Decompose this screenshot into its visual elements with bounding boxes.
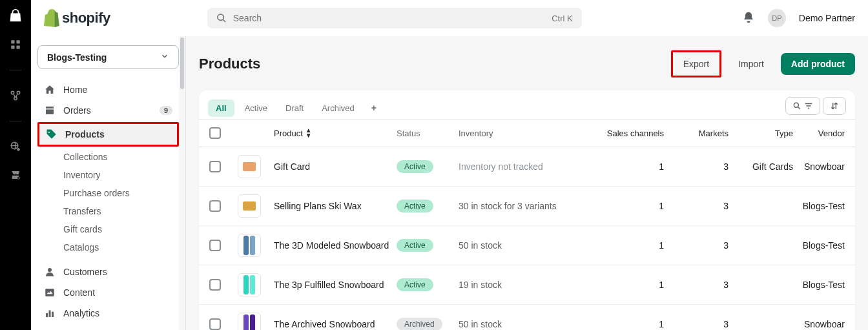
filter-icon [804,101,813,110]
header-type[interactable]: Type [728,129,793,138]
sidebar-item-analytics[interactable]: Analytics [37,303,179,324]
status-badge: Active [397,239,433,252]
header-markets[interactable]: Markets [664,129,728,138]
svg-rect-3 [17,46,20,49]
top-bar: shopify Ctrl K DP Demo Partner [31,0,868,36]
product-name[interactable]: The Archived Snowboard [274,319,375,329]
sidebar-item-products[interactable]: Products [39,124,177,145]
header-product[interactable]: Product ▲▼ [274,128,397,138]
svg-point-11 [48,268,52,272]
content: Products Export Import Add product All A… [186,36,868,330]
page-title: Products [199,56,260,72]
notifications-icon[interactable] [742,11,755,26]
svg-rect-0 [11,40,14,43]
product-thumbnail[interactable] [238,155,261,178]
import-button[interactable]: Import [729,54,773,74]
user-name[interactable]: Demo Partner [799,13,855,23]
inventory-cell: 19 in stock [459,280,599,290]
tab-active[interactable]: Active [237,99,275,117]
store-selector[interactable]: Blogs-Testing [37,45,179,69]
type-cell: Gift Cards [728,161,793,172]
product-thumbnail[interactable] [238,234,261,257]
svg-point-6 [14,97,17,100]
sidebar-sub-inventory[interactable]: Inventory [37,166,179,184]
orders-badge: 9 [160,106,172,115]
row-checkbox[interactable] [209,240,221,251]
table-row[interactable]: Gift CardActiveInventory not tracked13Gi… [199,147,855,187]
row-checkbox[interactable] [209,279,221,291]
orders-icon [44,105,56,116]
sidebar-sub-purchase-orders[interactable]: Purchase orders [37,184,179,202]
row-checkbox[interactable] [209,161,221,172]
header-status[interactable]: Status [397,129,459,138]
sidebar-sub-transfers[interactable]: Transfers [37,202,179,220]
rail-channels-icon[interactable] [8,88,23,103]
sidebar: Blogs-Testing Home Orders 9 [31,36,186,330]
sales-cell: 1 [599,201,664,211]
product-thumbnail[interactable] [238,194,261,218]
search-input[interactable] [233,13,546,23]
search-filter-button[interactable] [785,97,820,115]
product-name[interactable]: Selling Plans Ski Wax [274,201,362,211]
sidebar-sub-collections[interactable]: Collections [37,148,179,166]
logo[interactable]: shopify [44,9,110,27]
row-checkbox[interactable] [209,200,221,212]
shopify-bag-icon[interactable] [8,9,23,23]
header-vendor[interactable]: Vendor [793,129,845,138]
product-thumbnail[interactable] [238,313,261,330]
sidebar-item-customers[interactable]: Customers [37,262,179,282]
product-name[interactable]: The 3p Fulfilled Snowboard [274,280,384,290]
sidebar-sub-gift-cards[interactable]: Gift cards [37,220,179,238]
table-row[interactable]: The 3D Modeled SnowboardActive50 in stoc… [199,226,855,265]
content-icon [44,287,56,298]
svg-rect-13 [46,313,48,317]
sidebar-item-label: Customers [63,267,107,277]
svg-point-9 [17,177,20,180]
shopify-logo-icon [44,9,61,27]
products-card: All Active Draft Archived + [199,90,855,330]
product-thumbnail[interactable] [238,273,261,296]
status-badge: Archived [397,318,442,330]
sort-icon [830,101,839,110]
sidebar-item-content[interactable]: Content [37,282,179,303]
sidebar-sub-catalogs[interactable]: Catalogs [37,238,179,256]
sort-button[interactable] [823,97,846,115]
table-row[interactable]: The Archived SnowboardArchived50 in stoc… [199,305,855,330]
header-inventory[interactable]: Inventory [459,129,599,138]
markets-cell: 3 [664,240,728,251]
sales-cell: 1 [599,319,664,329]
table-row[interactable]: The 3p Fulfilled SnowboardActive19 in st… [199,265,855,305]
search-box[interactable]: Ctrl K [207,8,582,28]
row-checkbox[interactable] [209,318,221,330]
product-name[interactable]: The 3D Modeled Snowboard [274,240,389,251]
rail-dashboard-icon[interactable] [8,37,23,52]
table-row[interactable]: Selling Plans Ski WaxActive30 in stock f… [199,187,855,226]
sidebar-item-label: Orders [63,105,91,116]
tab-archived[interactable]: Archived [314,99,362,117]
product-name[interactable]: Gift Card [274,161,310,172]
sales-cell: 1 [599,240,664,251]
sidebar-scrollbar[interactable] [179,36,185,330]
inventory-cell: Inventory not tracked [459,161,599,172]
avatar[interactable]: DP [768,9,786,27]
tab-draft[interactable]: Draft [278,99,311,117]
search-shortcut: Ctrl K [552,14,573,23]
header-sales[interactable]: Sales channels [599,129,664,138]
sidebar-item-orders[interactable]: Orders 9 [37,100,179,121]
export-button[interactable]: Export [674,54,718,74]
vendor-cell: Snowboar [793,161,845,172]
status-badge: Active [397,200,433,212]
inventory-cell: 50 in stock [459,240,599,251]
sidebar-item-home[interactable]: Home [37,79,179,100]
select-all-checkbox[interactable] [209,127,221,139]
rail-globe-gear-icon[interactable] [8,139,23,154]
tab-all[interactable]: All [208,99,234,117]
rail-store-gear-icon[interactable] [8,168,23,182]
tab-add-view[interactable]: + [365,100,383,116]
markets-cell: 3 [664,319,728,329]
vendor-cell: Blogs-Test [793,201,845,211]
analytics-icon [44,307,56,319]
vendor-cell: Blogs-Test [793,240,845,251]
chevron-down-icon [160,52,169,63]
add-product-button[interactable]: Add product [781,53,855,75]
